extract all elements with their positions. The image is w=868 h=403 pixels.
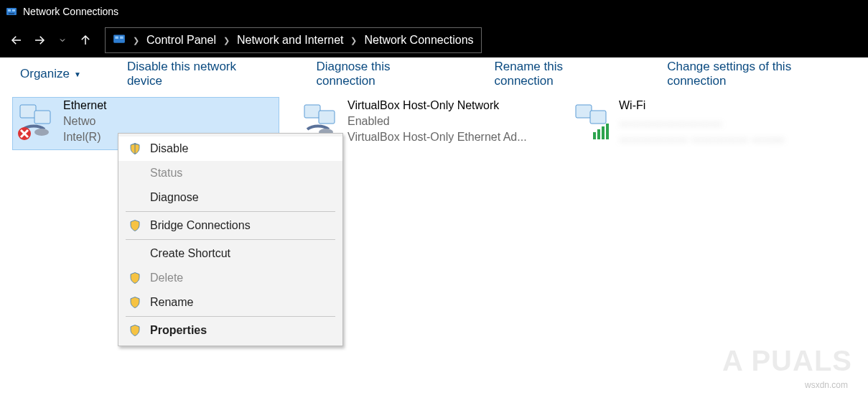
menu-label: Delete: [150, 272, 183, 284]
chevron-right-icon[interactable]: ❯: [350, 36, 357, 45]
svg-rect-6: [120, 37, 123, 39]
adapter-device: Intel(R): [63, 129, 106, 145]
menu-delete: Delete: [118, 266, 342, 290]
label: Change settings of this connection: [667, 60, 848, 88]
adapter-wifi[interactable]: Wi-Fi ……………………… ……………… …………… ……...: [569, 98, 834, 145]
menu-create-shortcut[interactable]: Create Shortcut: [118, 241, 342, 266]
spacer-icon: [129, 167, 141, 180]
svg-rect-17: [597, 129, 600, 139]
change-settings-button[interactable]: Change settings of this connection: [667, 60, 848, 88]
window-title: Network Connections: [23, 6, 118, 17]
recent-locations-dropdown[interactable]: [55, 32, 70, 48]
adapter-status: ………………………: [619, 114, 784, 129]
svg-rect-1: [8, 9, 11, 11]
adapter-labels: Wi-Fi ……………………… ……………… …………… ……...: [619, 98, 784, 145]
menu-rename[interactable]: Rename: [118, 290, 342, 315]
window-titlebar: Network Connections: [0, 0, 868, 23]
menu-status: Status: [118, 161, 342, 185]
svg-rect-8: [34, 111, 50, 124]
menu-label: Bridge Connections: [150, 219, 251, 232]
svg-rect-14: [576, 105, 592, 118]
menu-separator: [126, 239, 335, 240]
label: Organize: [20, 67, 70, 81]
menu-separator: [126, 211, 335, 212]
svg-rect-19: [606, 124, 609, 139]
context-menu: Disable Status Diagnose Bridge Connectio…: [118, 133, 343, 346]
menu-label: Properties: [150, 324, 207, 337]
adapter-status: Netwo: [63, 114, 106, 129]
svg-rect-15: [590, 111, 606, 124]
label: Rename this connection: [495, 60, 622, 88]
adapter-list: Ethernet Netwo Intel(R) VirtualBox Host-…: [0, 91, 868, 111]
wifi-adapter-icon: [571, 102, 612, 142]
menu-disable[interactable]: Disable: [118, 136, 342, 161]
svg-point-9: [34, 129, 49, 136]
address-bar-row: ❯ Control Panel ❯ Network and Internet ❯…: [0, 23, 868, 57]
svg-rect-11: [304, 105, 320, 118]
menu-bridge-connections[interactable]: Bridge Connections: [118, 213, 342, 238]
forward-button[interactable]: [32, 32, 47, 48]
menu-diagnose[interactable]: Diagnose: [118, 185, 342, 210]
ethernet-adapter-icon: [16, 102, 56, 142]
chevron-right-icon[interactable]: ❯: [223, 36, 230, 45]
label: Disable this network device: [127, 60, 271, 88]
network-folder-icon: [6, 6, 17, 17]
breadcrumb-network-connections[interactable]: Network Connections: [364, 34, 473, 47]
menu-separator: [126, 316, 335, 317]
network-connections-icon: [113, 32, 126, 48]
shield-icon: [129, 272, 141, 284]
watermark-logo: A PUALS: [722, 345, 852, 377]
command-bar: Organize▼ Disable this network device Di…: [0, 57, 868, 91]
breadcrumb-control-panel[interactable]: Control Panel: [146, 34, 216, 47]
organize-button[interactable]: Organize▼: [20, 67, 81, 81]
address-bar[interactable]: ❯ Control Panel ❯ Network and Internet ❯…: [105, 27, 482, 53]
menu-label: Disable: [150, 142, 188, 155]
svg-rect-18: [602, 126, 605, 139]
menu-label: Rename: [150, 296, 193, 309]
dropdown-arrow-icon: ▼: [74, 70, 81, 78]
shield-icon: [129, 219, 141, 232]
adapter-device: ……………… …………… ……...: [619, 129, 784, 145]
adapter-name: Ethernet: [63, 98, 106, 114]
adapter-status: Enabled: [347, 114, 527, 129]
menu-label: Create Shortcut: [150, 247, 230, 260]
svg-rect-2: [12, 9, 15, 11]
adapter-name: VirtualBox Host-Only Network: [347, 98, 527, 114]
watermark-text: wsxdn.com: [805, 380, 848, 390]
menu-label: Status: [150, 167, 182, 180]
menu-properties[interactable]: Properties: [118, 318, 342, 343]
rename-connection-button[interactable]: Rename this connection: [495, 60, 622, 88]
label: Diagnose this connection: [316, 60, 448, 88]
svg-rect-5: [115, 37, 118, 39]
chevron-right-icon[interactable]: ❯: [133, 36, 139, 45]
spacer-icon: [129, 247, 141, 260]
adapter-labels: Ethernet Netwo Intel(R): [63, 98, 106, 149]
diagnose-connection-button[interactable]: Diagnose this connection: [316, 60, 448, 88]
spacer-icon: [129, 191, 141, 204]
breadcrumb-network-internet[interactable]: Network and Internet: [237, 34, 344, 47]
adapter-name: Wi-Fi: [619, 98, 784, 114]
disable-device-button[interactable]: Disable this network device: [127, 60, 271, 88]
svg-rect-16: [593, 132, 596, 139]
shield-icon: [129, 296, 141, 309]
shield-icon: [129, 142, 141, 155]
shield-icon: [129, 324, 141, 337]
menu-label: Diagnose: [150, 191, 199, 204]
svg-rect-3: [9, 13, 14, 14]
svg-rect-12: [319, 111, 335, 124]
back-button[interactable]: [9, 32, 24, 48]
up-button[interactable]: [78, 32, 93, 48]
adapter-labels: VirtualBox Host-Only Network Enabled Vir…: [347, 98, 527, 145]
svg-rect-7: [20, 105, 36, 118]
adapter-device: VirtualBox Host-Only Ethernet Ad...: [347, 129, 527, 145]
